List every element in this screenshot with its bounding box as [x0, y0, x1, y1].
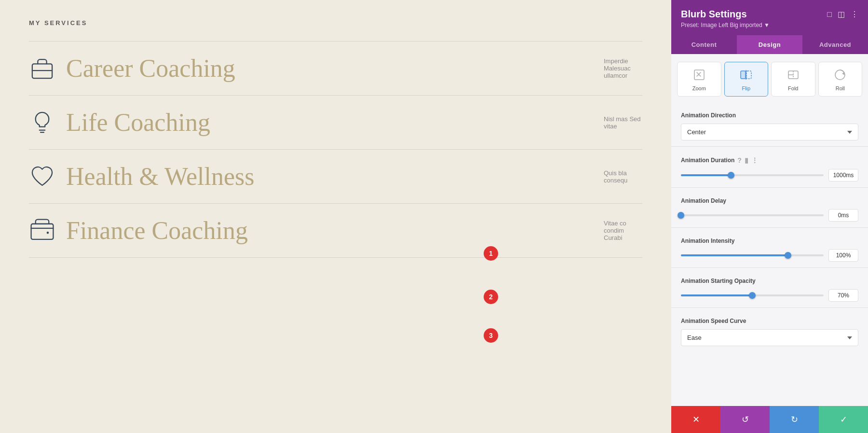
lightbulb-icon [29, 109, 55, 136]
more-icon[interactable]: ⋮ [851, 10, 858, 19]
animation-delay-track[interactable] [681, 214, 824, 216]
animation-delay-label: Animation Delay [681, 197, 858, 204]
panel-tabs: Content Design Advanced [671, 35, 868, 54]
service-description: Quis bla consequ [604, 169, 642, 184]
animation-opacity-slider-row: 70% [681, 289, 858, 302]
animation-intensity-slider-row: 100% [681, 249, 858, 262]
heart-icon [29, 163, 55, 190]
list-item: Career Coaching Imperdie Malesuac ullamc… [29, 41, 642, 96]
panel-header-top: Blurb Settings □ ◫ ⋮ [681, 9, 858, 20]
fold-icon [786, 67, 801, 83]
save-icon: ✓ [840, 414, 847, 425]
tab-content[interactable]: Content [671, 35, 737, 54]
panel-title: Blurb Settings [681, 9, 747, 20]
roll-icon [832, 67, 848, 83]
settings-panel: Blurb Settings □ ◫ ⋮ Preset: Image Left … [671, 0, 868, 433]
animation-intensity-section: Animation Intensity 100% [671, 230, 868, 265]
anim-fold-label: Fold [788, 85, 798, 91]
panel-header-icons: □ ◫ ⋮ [827, 10, 858, 19]
list-item: Life Coaching Nisl mas Sed vitae [29, 96, 642, 150]
badge-1: 1 [484, 246, 498, 261]
animation-opacity-label: Animation Starting Opacity [681, 278, 858, 284]
service-description: Vitae co condim Curabi [604, 220, 642, 241]
animation-direction-label: Animation Direction [681, 112, 858, 119]
anim-type-roll[interactable]: Roll [818, 62, 863, 97]
animation-intensity-track[interactable] [681, 254, 824, 256]
cancel-icon: ✕ [692, 414, 700, 425]
panel-header: Blurb Settings □ ◫ ⋮ Preset: Image Left … [671, 0, 868, 54]
animation-delay-slider-row: 0ms [681, 209, 858, 222]
animation-direction-select[interactable]: Center Left Right Top Bottom [681, 124, 858, 140]
badge-2: 2 [484, 290, 498, 304]
animation-direction-section: Animation Direction Center Left Right To… [671, 104, 868, 144]
animation-duration-value[interactable]: 1000ms [828, 169, 858, 182]
flip-icon [738, 67, 754, 83]
list-item: Health & Wellness Quis bla consequ [29, 150, 642, 204]
service-name: Life Coaching [66, 109, 210, 136]
svg-rect-6 [741, 71, 746, 79]
service-description: Imperdie Malesuac ullamcor [604, 57, 642, 79]
service-text: Career Coaching [66, 56, 584, 81]
columns-icon[interactable]: ◫ [838, 10, 845, 19]
anim-roll-label: Roll [836, 85, 845, 91]
more-options-icon[interactable]: ⋮ [751, 156, 758, 164]
animation-duration-label: Animation Duration ? ▮ ⋮ [681, 156, 858, 164]
service-text: Life Coaching [66, 110, 584, 135]
service-name: Health & Wellness [66, 163, 255, 190]
anim-zoom-label: Zoom [692, 85, 706, 91]
panel-footer: ✕ ↺ ↻ ✓ [671, 406, 868, 433]
anim-type-flip[interactable]: Flip [724, 62, 769, 97]
badge-3: 3 [484, 328, 498, 343]
tab-advanced[interactable]: Advanced [802, 35, 868, 54]
animation-opacity-section: Animation Starting Opacity 70% [671, 270, 868, 306]
list-item: Finance Coaching Vitae co condim Curabi [29, 204, 642, 258]
anim-type-fold[interactable]: Fold [771, 62, 815, 97]
animation-duration-track[interactable] [681, 174, 824, 176]
section-title: MY SERVICES [29, 19, 642, 27]
animation-opacity-value[interactable]: 70% [828, 289, 858, 302]
undo-icon: ↺ [742, 414, 749, 425]
service-description: Nisl mas Sed vitae [604, 115, 642, 130]
wallet-icon [29, 217, 55, 244]
svg-rect-7 [746, 71, 751, 79]
zoom-icon [692, 67, 707, 83]
tab-design[interactable]: Design [737, 35, 802, 54]
animation-types: Zoom Flip [671, 54, 868, 104]
service-text: Finance Coaching [66, 218, 584, 243]
animation-speed-select[interactable]: Ease Linear Ease In Ease Out Ease In Out [681, 329, 858, 346]
animation-opacity-track[interactable] [681, 294, 824, 296]
anim-type-zoom[interactable]: Zoom [677, 62, 721, 97]
help-icon[interactable]: ? [737, 156, 742, 164]
panel-preset: Preset: Image Left Big imported ▼ [681, 22, 858, 28]
mobile-icon[interactable]: ▮ [745, 156, 748, 164]
anim-flip-label: Flip [742, 85, 750, 91]
panel-body: Zoom Flip [671, 54, 868, 406]
animation-speed-label: Animation Speed Curve [681, 318, 858, 324]
animation-delay-value[interactable]: 0ms [828, 209, 858, 222]
service-text: Health & Wellness [66, 164, 584, 189]
animation-duration-slider-row: 1000ms [681, 169, 858, 182]
animation-duration-section: Animation Duration ? ▮ ⋮ 1000ms [671, 149, 868, 185]
save-button[interactable]: ✓ [819, 406, 868, 433]
redo-icon: ↻ [791, 414, 798, 425]
animation-intensity-label: Animation Intensity [681, 237, 858, 244]
redo-button[interactable]: ↻ [770, 406, 819, 433]
animation-delay-section: Animation Delay 0ms [671, 190, 868, 225]
service-name: Finance Coaching [66, 217, 248, 244]
service-list: Career Coaching Imperdie Malesuac ullamc… [29, 41, 642, 258]
undo-button[interactable]: ↺ [720, 406, 770, 433]
cancel-button[interactable]: ✕ [671, 406, 720, 433]
main-content: MY SERVICES Career Coaching Imperdie Mal… [0, 0, 671, 433]
resize-icon[interactable]: □ [827, 10, 832, 19]
service-name: Career Coaching [66, 55, 235, 82]
animation-speed-section: Animation Speed Curve Ease Linear Ease I… [671, 310, 868, 350]
svg-rect-4 [31, 224, 54, 239]
briefcase-icon [29, 55, 55, 82]
animation-intensity-value[interactable]: 100% [828, 249, 858, 262]
